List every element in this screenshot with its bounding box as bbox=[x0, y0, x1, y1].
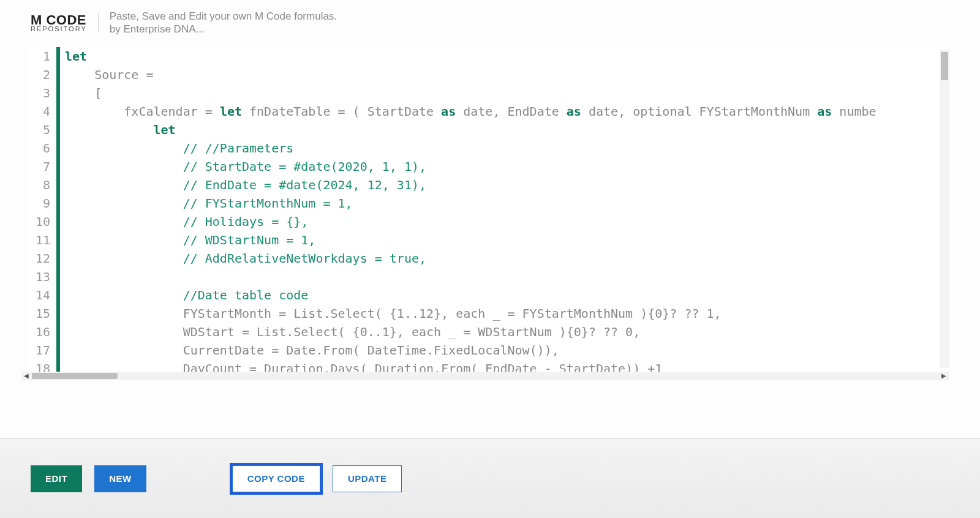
logo: M CODE REPOSITORY bbox=[31, 13, 99, 32]
vertical-scrollbar[interactable] bbox=[940, 50, 949, 368]
new-button[interactable]: NEW bbox=[94, 465, 146, 492]
code-line[interactable]: FYStartMonth = List.Select( {1..12}, eac… bbox=[65, 304, 951, 323]
horizontal-scrollbar[interactable] bbox=[32, 372, 938, 380]
code-line[interactable]: //Date table code bbox=[65, 286, 951, 304]
code-line[interactable]: WDStart = List.Select( {0..1}, each _ = … bbox=[65, 323, 951, 341]
line-number: 4 bbox=[29, 102, 50, 121]
footer-toolbar: EDIT NEW COPY CODE UPDATE bbox=[0, 438, 980, 518]
code-line[interactable]: // Holidays = {}, bbox=[65, 212, 951, 231]
logo-sub: REPOSITORY bbox=[31, 26, 87, 32]
code-line[interactable]: // StartDate = #date(2020, 1, 1), bbox=[65, 157, 951, 176]
line-number: 12 bbox=[29, 249, 50, 268]
line-number: 8 bbox=[29, 176, 50, 194]
code-line[interactable]: Source = bbox=[65, 66, 951, 84]
header-desc-line2: by Enterprise DNA... bbox=[110, 23, 337, 36]
code-line[interactable]: // AddRelativeNetWorkdays = true, bbox=[65, 249, 951, 268]
line-number: 3 bbox=[29, 84, 50, 102]
header: M CODE REPOSITORY Paste, Save and Edit y… bbox=[0, 0, 980, 41]
line-number: 2 bbox=[29, 66, 50, 84]
vertical-scroll-thumb[interactable] bbox=[941, 52, 948, 80]
copy-code-button[interactable]: COPY CODE bbox=[232, 465, 320, 492]
code-line[interactable]: // //Parameters bbox=[65, 139, 951, 157]
code-line[interactable]: fxCalendar = let fnDateTable = ( StartDa… bbox=[65, 102, 951, 121]
code-editor[interactable]: 123456789101112131415161718 let Source =… bbox=[29, 47, 951, 380]
line-number: 14 bbox=[29, 286, 50, 304]
scroll-right-icon[interactable]: ▶ bbox=[938, 372, 949, 380]
line-number: 6 bbox=[29, 139, 50, 157]
update-button[interactable]: UPDATE bbox=[333, 465, 402, 492]
code-area[interactable]: let Source = [ fxCalendar = let fnDateTa… bbox=[65, 47, 951, 380]
line-number: 5 bbox=[29, 121, 50, 139]
horizontal-scroll-thumb[interactable] bbox=[32, 373, 118, 379]
code-line[interactable]: let bbox=[65, 47, 951, 66]
scroll-left-icon[interactable]: ◀ bbox=[21, 372, 32, 380]
line-number: 7 bbox=[29, 157, 50, 176]
line-number: 16 bbox=[29, 323, 50, 341]
line-number: 11 bbox=[29, 231, 50, 249]
code-line[interactable]: CurrentDate = Date.From( DateTime.FixedL… bbox=[65, 341, 951, 359]
code-line[interactable]: let bbox=[65, 121, 951, 139]
line-number: 17 bbox=[29, 341, 50, 359]
code-line[interactable]: // WDStartNum = 1, bbox=[65, 231, 951, 249]
line-number: 1 bbox=[29, 47, 50, 66]
edit-button[interactable]: EDIT bbox=[31, 465, 82, 492]
change-marker bbox=[56, 47, 60, 380]
line-number: 10 bbox=[29, 212, 50, 231]
line-number: 13 bbox=[29, 268, 50, 286]
line-number-gutter: 123456789101112131415161718 bbox=[29, 47, 54, 380]
header-desc-line1: Paste, Save and Edit your own M Code for… bbox=[110, 10, 337, 23]
line-number: 15 bbox=[29, 304, 50, 323]
code-line[interactable]: // EndDate = #date(2024, 12, 31), bbox=[65, 176, 951, 194]
code-line[interactable]: // FYStartMonthNum = 1, bbox=[65, 194, 951, 212]
header-description: Paste, Save and Edit your own M Code for… bbox=[110, 10, 337, 36]
code-line[interactable] bbox=[65, 268, 951, 286]
code-line[interactable]: [ bbox=[65, 84, 951, 102]
line-number: 9 bbox=[29, 194, 50, 212]
